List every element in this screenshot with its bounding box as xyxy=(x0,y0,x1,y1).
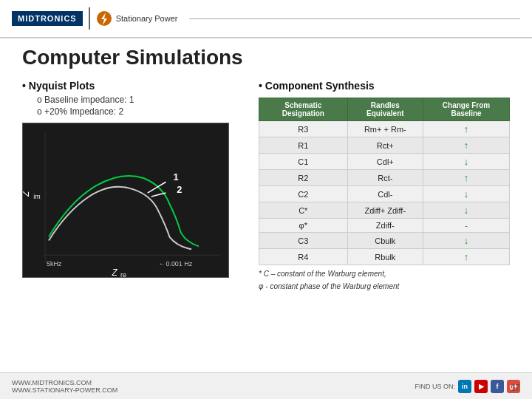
cell-randles: Rbulk xyxy=(347,249,423,265)
right-bullet: • Component Synthesis xyxy=(259,80,510,92)
svg-text:1: 1 xyxy=(173,171,178,183)
sub-item-2: o +20% Impedance: 2 xyxy=(37,106,244,117)
synthesis-table: Schematic Designation Randles Equivalent… xyxy=(259,98,510,265)
logo-separator xyxy=(89,7,90,30)
cell-randles: Zdiff- xyxy=(347,219,423,233)
table-row: R4Rbulk↑ xyxy=(259,249,510,265)
cell-randles: Rm+ + Rm- xyxy=(347,121,423,137)
svg-line-4 xyxy=(148,182,166,193)
cell-randles: Zdiff+ Zdiff- xyxy=(347,202,423,219)
cell-designation: C* xyxy=(259,202,348,219)
two-columns: • Nyquist Plots o Baseline impedance: 1 … xyxy=(22,80,510,290)
stationary-power-text: Stationary Power xyxy=(116,14,178,23)
midtronics-logo: MIDTRONICS xyxy=(12,11,83,26)
cell-change: ↑ xyxy=(423,137,510,154)
footer: WWW.MIDTRONICS.COM WWW.STATIONARY-POWER.… xyxy=(0,372,532,399)
table-row: C1Cdl+↓ xyxy=(259,154,510,170)
svg-text:0.001 Hz: 0.001 Hz xyxy=(166,260,192,267)
url-stationary: WWW.STATIONARY-POWER.COM xyxy=(12,386,117,394)
cell-randles: Rct- xyxy=(347,170,423,186)
cell-change: ↓ xyxy=(423,233,510,249)
cell-change: ↑ xyxy=(423,170,510,186)
cell-randles: Cdl- xyxy=(347,186,423,202)
cell-change: - xyxy=(423,219,510,233)
svg-text:←: ← xyxy=(159,260,166,267)
find-us-label: FIND US ON: xyxy=(415,383,455,390)
footer-urls: WWW.MIDTRONICS.COM WWW.STATIONARY-POWER.… xyxy=(12,379,117,394)
table-row: C3Cbulk↓ xyxy=(259,233,510,249)
cell-designation: C2 xyxy=(259,186,348,202)
nyquist-plot: 1 2 Z im 5kHz ← 0.001 Hz Z re xyxy=(22,123,229,278)
header-line xyxy=(189,18,520,19)
cell-designation: R3 xyxy=(259,121,348,137)
cell-designation: C1 xyxy=(259,154,348,170)
cell-change: ↓ xyxy=(423,154,510,170)
table-row: R3Rm+ + Rm-↑ xyxy=(259,121,510,137)
cell-change: ↓ xyxy=(423,202,510,219)
main-content: Computer Simulations • Nyquist Plots o B… xyxy=(0,38,532,298)
svg-text:Z: Z xyxy=(23,191,31,197)
svg-text:2: 2 xyxy=(177,184,182,195)
cell-randles: Cbulk xyxy=(347,233,423,249)
header: MIDTRONICS Stationary Power xyxy=(0,0,532,38)
col-header-designation: Schematic Designation xyxy=(259,98,348,121)
left-bullet: • Nyquist Plots xyxy=(22,80,244,92)
page-title: Computer Simulations xyxy=(22,46,510,69)
cell-designation: R1 xyxy=(259,137,348,154)
table-row: R1Rct+↑ xyxy=(259,137,510,154)
svg-text:Z: Z xyxy=(112,267,118,277)
stationary-power-logo: Stationary Power xyxy=(96,10,178,27)
table-row: R2Rct-↑ xyxy=(259,170,510,186)
url-midtronics: WWW.MIDTRONICS.COM xyxy=(12,379,117,386)
table-row: C*Zdiff+ Zdiff-↓ xyxy=(259,202,510,219)
youtube-icon: ▶ xyxy=(474,380,488,393)
table-row: φ*Zdiff-- xyxy=(259,219,510,233)
left-column: • Nyquist Plots o Baseline impedance: 1 … xyxy=(22,80,244,290)
cell-change: ↑ xyxy=(423,121,510,137)
cell-change: ↓ xyxy=(423,186,510,202)
linkedin-icon: in xyxy=(458,380,471,393)
cell-designation: R4 xyxy=(259,249,348,265)
footnote-2: φ - constant phase of the Warburg elemen… xyxy=(259,282,510,290)
cell-change: ↑ xyxy=(423,249,510,265)
right-column: • Component Synthesis Schematic Designat… xyxy=(259,80,510,290)
nyquist-plot-svg: 1 2 Z im 5kHz ← 0.001 Hz Z re xyxy=(23,123,228,277)
footer-social: FIND US ON: in ▶ f g+ xyxy=(415,380,520,393)
facebook-icon: f xyxy=(491,380,504,393)
sub-item-1: o Baseline impedance: 1 xyxy=(37,95,244,105)
table-row: C2Cdl-↓ xyxy=(259,186,510,202)
page-number: 17 xyxy=(511,383,520,393)
cell-designation: R2 xyxy=(259,170,348,186)
svg-text:re: re xyxy=(120,271,126,277)
cell-randles: Rct+ xyxy=(347,137,423,154)
cell-designation: φ* xyxy=(259,219,348,233)
stationary-power-icon xyxy=(96,10,112,27)
svg-text:5kHz: 5kHz xyxy=(47,260,62,267)
col-header-change: Change From Baseline xyxy=(423,98,510,121)
col-header-randles: Randles Equivalent xyxy=(347,98,423,121)
svg-text:im: im xyxy=(33,193,40,200)
cell-randles: Cdl+ xyxy=(347,154,423,170)
footnote-1: * C – constant of the Warburg element, xyxy=(259,270,510,278)
cell-designation: C3 xyxy=(259,233,348,249)
svg-line-5 xyxy=(151,193,166,197)
